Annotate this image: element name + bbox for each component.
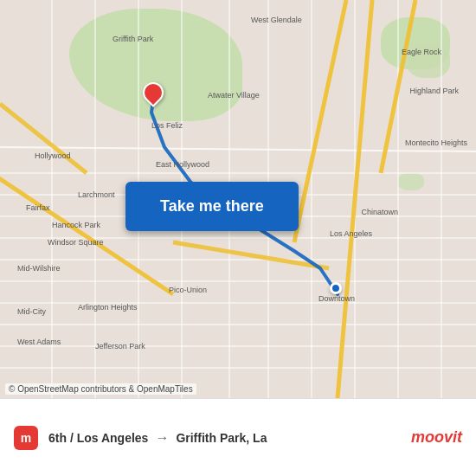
take-me-there-button[interactable]: Take me there [125, 182, 299, 231]
bottom-bar: m 6th / Los Angeles → Griffith Park, La … [0, 398, 476, 476]
arrow-icon: → [155, 430, 169, 446]
svg-line-26 [173, 242, 329, 268]
moovit-brand-text: moovit [411, 428, 462, 446]
svg-line-22 [294, 0, 346, 242]
origin-dot [330, 282, 342, 294]
svg-line-0 [0, 147, 476, 151]
destination-pin [143, 82, 164, 108]
cta-button-overlay[interactable]: Take me there [125, 182, 299, 231]
pin-circle [138, 78, 168, 107]
bottom-bar-content: m 6th / Los Angeles → Griffith Park, La … [14, 426, 462, 450]
origin-label: 6th / Los Angeles [48, 431, 148, 445]
map-container: West GlendaleGriffith ParkEagle RockAtwa… [0, 0, 476, 398]
svg-line-25 [0, 104, 87, 173]
moovit-logo-icon: m [14, 426, 38, 450]
route-info: 6th / Los Angeles → Griffith Park, La [48, 430, 404, 446]
moovit-icon-box: m [14, 426, 38, 450]
destination-label: Griffith Park, La [176, 431, 267, 445]
moovit-text-logo: moovit [411, 428, 462, 447]
map-attribution: © OpenStreetMap contributors & OpenMapTi… [5, 383, 196, 395]
